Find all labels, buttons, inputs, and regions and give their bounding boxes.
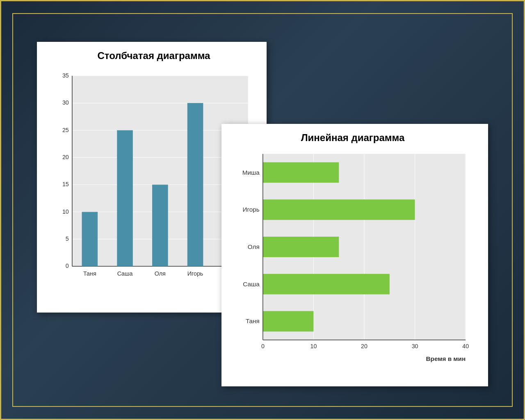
svg-text:30: 30 bbox=[62, 99, 69, 106]
bar-chart-title: Столбчатая диаграмма bbox=[53, 50, 254, 62]
svg-rect-43 bbox=[263, 199, 415, 220]
svg-text:Таня: Таня bbox=[246, 317, 260, 324]
svg-text:20: 20 bbox=[62, 154, 69, 160]
svg-text:15: 15 bbox=[62, 181, 69, 187]
svg-text:Время в мин: Время в мин bbox=[426, 355, 466, 362]
svg-text:0: 0 bbox=[66, 262, 69, 269]
hbar-chart-svg: 010203040МишаИгорьОляСашаТаняВремя в мин bbox=[230, 150, 476, 367]
svg-text:30: 30 bbox=[412, 343, 418, 349]
svg-rect-22 bbox=[152, 185, 168, 266]
svg-text:35: 35 bbox=[62, 72, 69, 79]
svg-rect-45 bbox=[263, 237, 339, 257]
svg-rect-24 bbox=[187, 103, 203, 266]
svg-text:40: 40 bbox=[462, 343, 469, 349]
svg-text:Миша: Миша bbox=[242, 169, 260, 176]
svg-rect-20 bbox=[117, 130, 133, 267]
svg-text:Оля: Оля bbox=[248, 243, 260, 250]
svg-text:Саша: Саша bbox=[243, 281, 260, 288]
charts-wrapper: Столбчатая диаграмма 05101520253035ТаняС… bbox=[37, 34, 488, 386]
svg-text:Оля: Оля bbox=[155, 270, 166, 277]
svg-text:5: 5 bbox=[66, 235, 69, 242]
svg-text:20: 20 bbox=[361, 343, 368, 349]
svg-text:10: 10 bbox=[310, 343, 317, 349]
hbar-chart-title: Линейная диаграмма bbox=[230, 132, 476, 144]
svg-text:Игорь: Игорь bbox=[243, 206, 260, 213]
svg-rect-18 bbox=[82, 212, 98, 267]
svg-text:Саша: Саша bbox=[117, 270, 133, 277]
slide-container: Столбчатая диаграмма 05101520253035ТаняС… bbox=[12, 13, 513, 407]
hbar-chart-card: Линейная диаграмма 010203040МишаИгорьОля… bbox=[221, 124, 488, 386]
svg-rect-41 bbox=[263, 162, 339, 183]
svg-text:25: 25 bbox=[62, 127, 69, 133]
svg-text:10: 10 bbox=[62, 208, 69, 215]
svg-text:0: 0 bbox=[261, 343, 265, 349]
svg-rect-49 bbox=[263, 311, 314, 331]
svg-text:Игорь: Игорь bbox=[187, 270, 203, 277]
svg-rect-47 bbox=[263, 274, 390, 294]
svg-text:Таня: Таня bbox=[83, 270, 96, 277]
